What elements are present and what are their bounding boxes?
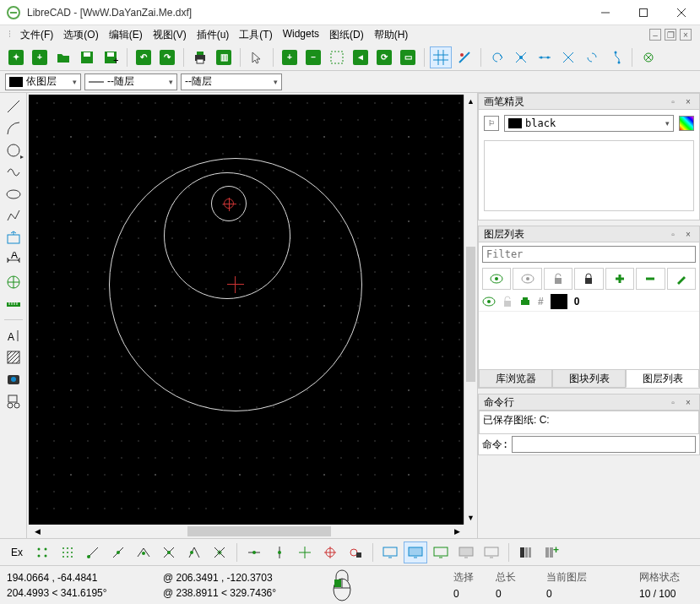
save-button[interactable] xyxy=(76,46,98,68)
tab-layer-list[interactable]: 图层列表 xyxy=(626,369,699,388)
menu-handle-icon[interactable]: ⸽ xyxy=(3,26,15,44)
zoom-in-button[interactable]: + xyxy=(279,46,301,68)
modify-trim-button[interactable] xyxy=(510,46,532,68)
drawing-canvas[interactable] xyxy=(29,95,464,525)
scroll-thumb[interactable] xyxy=(187,526,331,536)
close-button[interactable] xyxy=(662,0,700,25)
tab-block-list[interactable]: 图块列表 xyxy=(552,369,626,388)
tool-ellipse[interactable] xyxy=(3,184,24,204)
dock-add-button[interactable]: + xyxy=(540,541,563,563)
print-icon[interactable] xyxy=(519,296,531,307)
save-as-button[interactable]: + xyxy=(100,46,122,68)
linewidth-combo[interactable]: --随层▾ xyxy=(84,73,177,90)
menu-widgets[interactable]: Widgets xyxy=(278,26,324,44)
scroll-down-icon[interactable]: ▼ xyxy=(464,511,477,525)
panel-float-icon[interactable]: ▫ xyxy=(667,228,679,240)
tab-library[interactable]: 库浏览器 xyxy=(479,369,552,388)
panel-close-icon[interactable]: × xyxy=(682,396,694,408)
tool-measure[interactable] xyxy=(3,294,24,314)
scroll-up-icon[interactable]: ▲ xyxy=(464,95,477,108)
screen5-button[interactable] xyxy=(480,541,503,563)
layer-edit-button[interactable] xyxy=(667,268,696,290)
layer-color-swatch[interactable] xyxy=(551,294,567,309)
layer-list-title[interactable]: 图层列表 ▫ × xyxy=(478,226,700,242)
linetype-combo[interactable]: --随层▾ xyxy=(181,73,282,90)
panel-float-icon[interactable]: ▫ xyxy=(667,95,679,107)
zoom-window-button[interactable]: ▭ xyxy=(397,46,419,68)
mdi-minimize-button[interactable]: – xyxy=(649,29,661,41)
restrict-ortho-button[interactable] xyxy=(293,541,317,563)
tool-arc[interactable] xyxy=(3,118,24,139)
modify-fillet-button[interactable] xyxy=(581,46,603,68)
set-relative-zero-button[interactable] xyxy=(318,541,342,563)
layer-lock-button[interactable] xyxy=(574,268,603,290)
layer-hide-all-button[interactable] xyxy=(513,268,541,290)
lock-relative-zero-button[interactable] xyxy=(344,541,367,563)
minimize-button[interactable] xyxy=(586,0,624,25)
new-template-button[interactable]: + xyxy=(29,46,51,68)
tool-block[interactable] xyxy=(3,391,24,411)
command-line-title[interactable]: 命令行 ▫ × xyxy=(478,394,700,411)
lock-icon[interactable] xyxy=(502,296,513,307)
command-input[interactable] xyxy=(512,436,696,453)
tool-hatch[interactable] xyxy=(3,347,24,367)
screen1-button[interactable] xyxy=(378,541,402,563)
tool-spline[interactable] xyxy=(3,162,24,182)
tool-image[interactable] xyxy=(3,369,24,389)
open-button[interactable] xyxy=(52,46,74,68)
snap-intersection-button[interactable] xyxy=(208,541,231,563)
scroll-thumb[interactable] xyxy=(466,247,475,382)
print-button[interactable] xyxy=(189,46,211,68)
construction-icon[interactable]: # xyxy=(538,296,544,307)
pen-color-combo[interactable]: black▾ xyxy=(504,115,674,132)
tool-dimension[interactable]: A xyxy=(3,250,24,270)
snap-center-button[interactable] xyxy=(132,541,155,563)
color-picker-icon[interactable] xyxy=(679,116,694,131)
menu-view[interactable]: 视图(V) xyxy=(148,26,192,44)
layer-unlock-button[interactable] xyxy=(544,268,572,290)
layer-row[interactable]: # 0 xyxy=(479,291,699,312)
layer-add-button[interactable] xyxy=(605,268,634,290)
panel-close-icon[interactable]: × xyxy=(682,228,694,240)
vertical-scrollbar[interactable]: ▲ ▼ xyxy=(464,95,477,525)
snap-exclusive-button[interactable]: Ex xyxy=(5,541,29,563)
restrict-vert-button[interactable] xyxy=(268,541,291,563)
restrict-horiz-button[interactable] xyxy=(242,541,266,563)
menu-file[interactable]: 文件(F) xyxy=(15,26,58,44)
screen4-button[interactable] xyxy=(454,541,478,563)
panel-float-icon[interactable]: ▫ xyxy=(667,396,679,408)
eye-icon[interactable] xyxy=(482,297,496,307)
screen2-button[interactable] xyxy=(404,541,427,563)
mdi-close-button[interactable]: × xyxy=(680,29,692,41)
screen3-button[interactable] xyxy=(429,541,453,563)
menu-help[interactable]: 帮助(H) xyxy=(369,26,414,44)
cursor-button[interactable] xyxy=(246,46,268,68)
zoom-fit-button[interactable] xyxy=(326,46,348,68)
pen-flag-button[interactable]: ⚐ xyxy=(484,116,499,131)
layer-list[interactable]: # 0 xyxy=(479,291,699,369)
color-combo[interactable]: 依图层▾ xyxy=(5,73,81,90)
snap-free-button[interactable] xyxy=(30,541,54,563)
menu-plugins[interactable]: 插件(u) xyxy=(192,26,235,44)
tool-select[interactable] xyxy=(3,228,24,248)
layer-remove-button[interactable] xyxy=(636,268,665,290)
redo-button[interactable]: ↷ xyxy=(156,46,178,68)
zoom-prev-button[interactable]: ◄ xyxy=(350,46,372,68)
menu-tools[interactable]: 工具(T) xyxy=(234,26,277,44)
modify-chamfer-button[interactable] xyxy=(605,46,627,68)
scroll-right-icon[interactable]: ▶ xyxy=(450,525,464,538)
pen-wizard-title[interactable]: 画笔精灵 ▫ × xyxy=(478,93,700,110)
mdi-restore-button[interactable]: ❐ xyxy=(665,29,676,41)
modify-extend-button[interactable] xyxy=(557,46,579,68)
dock-left-button[interactable] xyxy=(514,541,538,563)
tool-line[interactable] xyxy=(3,96,24,117)
scroll-left-icon[interactable]: ◀ xyxy=(30,525,44,538)
zoom-redraw-button[interactable]: ⟳ xyxy=(373,46,395,68)
tool-text[interactable]: A xyxy=(3,325,24,346)
modify-break-button[interactable] xyxy=(534,46,556,68)
draft-mode-button[interactable] xyxy=(453,46,475,68)
menu-options[interactable]: 选项(O) xyxy=(58,26,103,44)
layer-filter-input[interactable] xyxy=(482,246,696,263)
menu-drawing[interactable]: 图纸(D) xyxy=(324,26,369,44)
edit-undo-button[interactable] xyxy=(486,46,508,68)
